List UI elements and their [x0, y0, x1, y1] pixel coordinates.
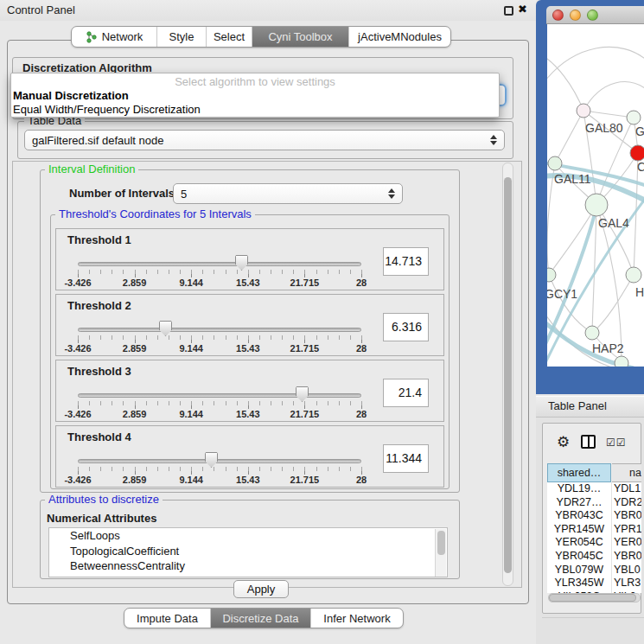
combo-stepper-icon: [490, 135, 497, 145]
cyni-bottom-tabs: Impute Data Discretize Data Infer Networ…: [124, 608, 404, 628]
cell: YDR2: [614, 496, 641, 508]
node-label-gal80: GAL80: [585, 121, 623, 135]
combo-stepper-icon: [388, 188, 395, 199]
panel-title: Control Panel: [7, 3, 75, 16]
threshold-2-value-field[interactable]: 6.316: [383, 313, 429, 341]
horizontal-scrollbar-thumb[interactable]: [549, 594, 636, 602]
table-row[interactable]: YLR345WYLR3: [547, 577, 641, 590]
tick-label: 9.144: [179, 475, 203, 485]
column-header-shared[interactable]: shared…: [547, 463, 611, 482]
tick-label: 2.859: [123, 343, 147, 354]
tab-style[interactable]: Style: [156, 27, 206, 47]
checked-boxes-icon[interactable]: ☑☑: [606, 437, 627, 449]
tab-network[interactable]: Network: [72, 27, 156, 47]
network-canvas[interactable]: GAL80 GA C GAL11 GAL4 GCY1 H HAP2: [547, 24, 644, 367]
tick-label: -3.426: [64, 409, 91, 419]
table-data-combo[interactable]: galFiltered.sif default node: [24, 130, 505, 150]
list-scrollbar[interactable]: [435, 529, 446, 577]
num-intervals-combo[interactable]: 5: [173, 183, 403, 204]
tab-select-label: Select: [214, 30, 245, 43]
tab-cyni-toolbox[interactable]: Cyni Toolbox: [252, 27, 348, 47]
tick-label: 2.859: [123, 277, 147, 288]
float-window-icon[interactable]: [504, 6, 513, 16]
threshold-3-slider-track[interactable]: [78, 393, 361, 398]
dropdown-option-equal-width[interactable]: Equal Width/Frequency Discretization: [13, 103, 201, 116]
threshold-2-slider-track[interactable]: [78, 328, 361, 332]
table-row[interactable]: YER054CYER0: [547, 536, 641, 550]
cell: YDL19…: [547, 482, 611, 494]
tab-cyni-toolbox-label: Cyni Toolbox: [268, 30, 332, 43]
vertical-scrollbar-thumb[interactable]: [504, 177, 512, 573]
node-gal80[interactable]: [577, 104, 590, 118]
list-item[interactable]: TopologicalCoefficient: [49, 544, 447, 559]
zoom-window-icon[interactable]: [587, 10, 598, 21]
tab-impute-data[interactable]: Impute Data: [124, 609, 210, 628]
tick-label: 28: [356, 343, 367, 354]
threshold-1-slider-track[interactable]: [78, 262, 361, 266]
tab-infer-network-label: Infer Network: [323, 612, 390, 625]
close-window-icon[interactable]: [552, 10, 564, 21]
node-gcy1[interactable]: [547, 268, 556, 282]
node-h[interactable]: [626, 267, 641, 283]
threshold-4-label: Threshold 4: [67, 430, 131, 443]
threshold-2-slider-thumb[interactable]: [159, 321, 172, 336]
threshold-3-panel: Threshold 3 -3.426 2.859 9.144 15.43 21.…: [55, 360, 444, 422]
apply-button[interactable]: Apply: [233, 580, 289, 598]
tick-label: -3.426: [64, 475, 91, 485]
node-gal4[interactable]: [585, 194, 608, 216]
table-row[interactable]: YBL079WYBL0: [547, 564, 641, 577]
interval-definition-title: Interval Definition: [45, 163, 138, 175]
slider-minor-ticks: [78, 335, 363, 340]
threshold-4-value-field[interactable]: 11.344: [383, 444, 429, 473]
cell: YER054C: [547, 536, 611, 548]
tab-discretize-data-label: Discretize Data: [222, 612, 298, 625]
list-scrollbar-thumb[interactable]: [437, 531, 445, 555]
tab-style-label: Style: [169, 30, 194, 43]
cell: YDR27…: [547, 496, 611, 508]
table-panel-bottom-border: [542, 617, 644, 618]
settings-gear-icon[interactable]: ⚙: [557, 433, 570, 451]
control-panel-titlebar: [0, 0, 536, 21]
node-label-hap2: HAP2: [592, 341, 624, 355]
threshold-4-slider-thumb[interactable]: [205, 452, 218, 468]
close-icon[interactable]: ✖: [518, 3, 527, 16]
tab-discretize-data[interactable]: Discretize Data: [210, 609, 310, 628]
tab-jactivemnodules-label: jActiveMNodules: [358, 30, 442, 43]
table-row[interactable]: YPR145WYPR1: [547, 523, 641, 537]
tab-select[interactable]: Select: [206, 27, 252, 47]
node-red[interactable]: [630, 145, 644, 161]
threshold-1-value-field[interactable]: 14.713: [383, 247, 429, 276]
threshold-1-slider-thumb[interactable]: [235, 255, 248, 271]
tick-label: 21.715: [290, 343, 320, 354]
slider-minor-ticks: [78, 467, 363, 471]
tab-jactivemnodules[interactable]: jActiveMNodules: [348, 27, 450, 47]
tick-label: 9.144: [179, 277, 203, 288]
threshold-4-panel: Threshold 4 -3.426 2.859 9.144 15.43 21.…: [55, 425, 444, 488]
node-ga[interactable]: [627, 111, 641, 124]
threshold-4-slider-track[interactable]: [78, 459, 361, 463]
tick-label: 15.43: [236, 475, 260, 485]
node-hap2[interactable]: [585, 326, 599, 340]
list-item[interactable]: BetweennessCentrality: [49, 558, 447, 574]
table-row[interactable]: YBR043CYBR0: [547, 509, 641, 523]
table-row[interactable]: YBR045CYBR0: [547, 550, 641, 564]
dropdown-option-manual[interactable]: Manual Discretization: [13, 89, 129, 102]
tick-label: 21.715: [290, 277, 320, 288]
cell: YDL1: [614, 482, 641, 494]
cell: YBR0: [614, 509, 641, 521]
tab-infer-network[interactable]: Infer Network: [310, 609, 403, 628]
screen: Control Panel ✖ Network Style Select Cyn…: [0, 0, 644, 644]
column-header-name[interactable]: na: [612, 463, 641, 482]
threshold-3-value-field[interactable]: 21.4: [383, 379, 429, 407]
threshold-3-slider-thumb[interactable]: [296, 386, 309, 402]
table-data-combo-value: galFiltered.sif default node: [32, 134, 163, 147]
split-columns-icon[interactable]: [581, 435, 596, 449]
table-row[interactable]: YDL19…YDL1: [547, 482, 641, 496]
list-item[interactable]: SelfLoops: [49, 528, 447, 544]
node-partial[interactable]: [615, 356, 628, 367]
minimize-window-icon[interactable]: [570, 10, 581, 21]
table-row[interactable]: YDR27…YDR2: [547, 496, 641, 510]
checkbox-icon: ☑: [606, 437, 616, 449]
tick-label: 9.144: [179, 409, 203, 419]
node-gal11[interactable]: [548, 156, 562, 170]
